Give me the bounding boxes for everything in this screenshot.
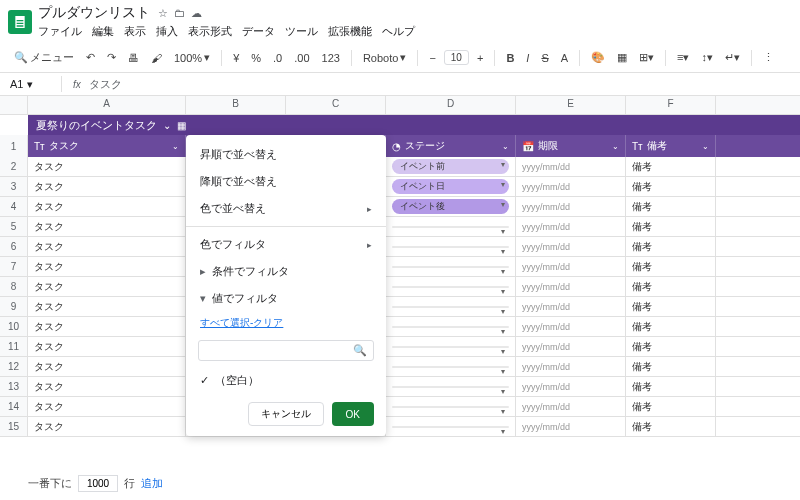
number-format-button[interactable]: 123 (318, 49, 344, 67)
cell-task[interactable]: タスク (28, 177, 186, 196)
cell-stage[interactable] (386, 377, 516, 396)
menu-表示[interactable]: 表示 (124, 24, 146, 39)
cell-date[interactable]: yyyy/mm/dd (516, 197, 626, 216)
cloud-icon[interactable]: ☁ (191, 7, 202, 20)
undo-button[interactable]: ↶ (82, 48, 99, 67)
row-header[interactable]: 7 (0, 257, 28, 276)
zoom-select[interactable]: 100% ▾ (170, 48, 214, 67)
col-header-A[interactable]: A (28, 96, 186, 114)
cell-date[interactable]: yyyy/mm/dd (516, 317, 626, 336)
cell-date[interactable]: yyyy/mm/dd (516, 377, 626, 396)
filter-color-item[interactable]: 色でフィルタ▸ (186, 231, 386, 258)
cell-stage[interactable] (386, 317, 516, 336)
row-header[interactable]: 4 (0, 197, 28, 216)
row-header[interactable]: 10 (0, 317, 28, 336)
cell-note[interactable]: 備考 (626, 297, 716, 316)
filter-value-item[interactable]: ▾値でフィルタ (186, 285, 386, 312)
cell-stage[interactable]: イベント前 (386, 157, 516, 176)
cell-note[interactable]: 備考 (626, 257, 716, 276)
paint-format-button[interactable]: 🖌 (147, 49, 166, 67)
cell-stage[interactable] (386, 357, 516, 376)
menu-表示形式[interactable]: 表示形式 (188, 24, 232, 39)
cell-stage[interactable] (386, 217, 516, 236)
text-color-button[interactable]: A (557, 49, 572, 67)
cell-task[interactable]: タスク (28, 217, 186, 236)
cell-date[interactable]: yyyy/mm/dd (516, 417, 626, 436)
cell-stage[interactable]: イベント後 (386, 197, 516, 216)
cell-date[interactable]: yyyy/mm/dd (516, 337, 626, 356)
sort-desc-item[interactable]: 降順で並べ替え (186, 168, 386, 195)
menu-ファイル[interactable]: ファイル (38, 24, 82, 39)
cell-task[interactable]: タスク (28, 257, 186, 276)
menu-拡張機能[interactable]: 拡張機能 (328, 24, 372, 39)
dec-increase-button[interactable]: .00 (290, 49, 313, 67)
cell-date[interactable]: yyyy/mm/dd (516, 297, 626, 316)
add-rows-link[interactable]: 追加 (141, 476, 163, 491)
sort-color-item[interactable]: 色で並べ替え▸ (186, 195, 386, 222)
sort-asc-item[interactable]: 昇順で並べ替え (186, 141, 386, 168)
italic-button[interactable]: I (522, 49, 533, 67)
row-header[interactable]: 3 (0, 177, 28, 196)
hdr-note[interactable]: Tт備考⌄ (626, 135, 716, 157)
merge-button[interactable]: ⊞▾ (635, 48, 658, 67)
redo-button[interactable]: ↷ (103, 48, 120, 67)
row-header[interactable]: 15 (0, 417, 28, 436)
row-header[interactable]: 9 (0, 297, 28, 316)
cell-stage[interactable] (386, 277, 516, 296)
cell-task[interactable]: タスク (28, 297, 186, 316)
cell-stage[interactable] (386, 257, 516, 276)
add-rows-input[interactable] (78, 475, 118, 492)
row-header[interactable]: 2 (0, 157, 28, 176)
menu-挿入[interactable]: 挿入 (156, 24, 178, 39)
filter-search-box[interactable]: 🔍 (198, 340, 374, 361)
cell-task[interactable]: タスク (28, 277, 186, 296)
cell-reference[interactable]: A1 ▾ (10, 78, 50, 91)
filter-blank-item[interactable]: ✓（空白） (186, 367, 386, 394)
cell-stage[interactable] (386, 337, 516, 356)
row-header[interactable]: 11 (0, 337, 28, 356)
table-banner[interactable]: 夏祭りのイベントタスク ⌄ ▦ (28, 115, 800, 135)
cell-note[interactable]: 備考 (626, 217, 716, 236)
cell-date[interactable]: yyyy/mm/dd (516, 177, 626, 196)
cell-stage[interactable]: イベント日 (386, 177, 516, 196)
cell-stage[interactable] (386, 297, 516, 316)
chevron-down-icon[interactable]: ⌄ (163, 120, 171, 131)
more-button[interactable]: ⋮ (759, 48, 778, 67)
menu-データ[interactable]: データ (242, 24, 275, 39)
hdr-task[interactable]: Tтタスク⌄ (28, 135, 186, 157)
currency-button[interactable]: ¥ (229, 49, 243, 67)
wrap-button[interactable]: ↵▾ (721, 48, 744, 67)
cell-task[interactable]: タスク (28, 237, 186, 256)
col-header-F[interactable]: F (626, 96, 716, 114)
cell-date[interactable]: yyyy/mm/dd (516, 157, 626, 176)
menu-ツール[interactable]: ツール (285, 24, 318, 39)
cell-task[interactable]: タスク (28, 377, 186, 396)
cell-stage[interactable] (386, 237, 516, 256)
fill-color-button[interactable]: 🎨 (587, 48, 609, 67)
col-header-B[interactable]: B (186, 96, 286, 114)
row-header[interactable]: 5 (0, 217, 28, 236)
cancel-button[interactable]: キャンセル (248, 402, 324, 426)
font-dec-button[interactable]: − (425, 49, 439, 67)
cell-note[interactable]: 備考 (626, 277, 716, 296)
star-icon[interactable]: ☆ (158, 7, 168, 20)
formula-bar[interactable]: タスク (89, 77, 122, 92)
row-header[interactable]: 8 (0, 277, 28, 296)
print-button[interactable]: 🖶 (124, 49, 143, 67)
row-header[interactable]: 14 (0, 397, 28, 416)
cell-date[interactable]: yyyy/mm/dd (516, 397, 626, 416)
cell-note[interactable]: 備考 (626, 417, 716, 436)
cell-task[interactable]: タスク (28, 417, 186, 436)
cell-note[interactable]: 備考 (626, 377, 716, 396)
ok-button[interactable]: OK (332, 402, 374, 426)
cell-task[interactable]: タスク (28, 317, 186, 336)
doc-title[interactable]: プルダウンリスト (38, 4, 150, 22)
select-all-corner[interactable] (0, 96, 28, 114)
row-header-1[interactable]: 1 (0, 135, 28, 157)
cell-note[interactable]: 備考 (626, 237, 716, 256)
cell-date[interactable]: yyyy/mm/dd (516, 277, 626, 296)
cell-date[interactable]: yyyy/mm/dd (516, 257, 626, 276)
cell-task[interactable]: タスク (28, 397, 186, 416)
cell-date[interactable]: yyyy/mm/dd (516, 217, 626, 236)
dec-decrease-button[interactable]: .0 (269, 49, 286, 67)
